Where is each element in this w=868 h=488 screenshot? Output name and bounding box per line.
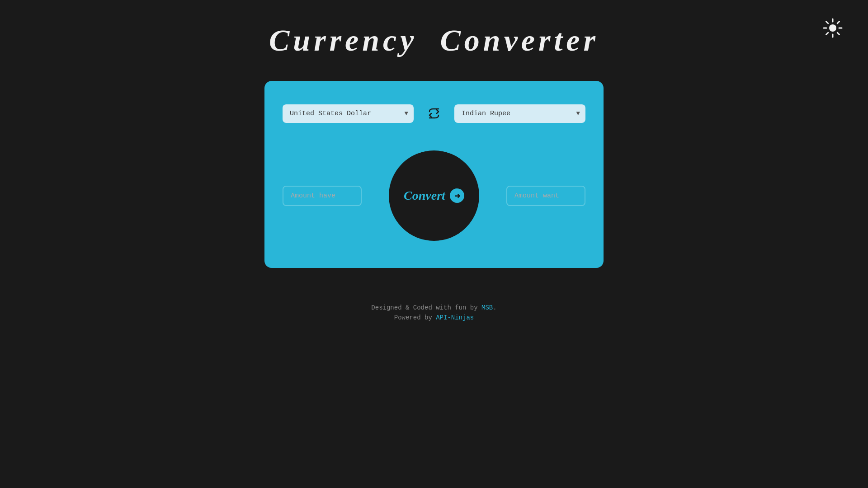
- swap-icon: [426, 105, 442, 122]
- sun-icon: [823, 18, 843, 38]
- page-title: Currency Converter: [269, 23, 599, 58]
- convert-arrow-circle: ➜: [450, 188, 464, 203]
- dropdowns-row: United States Dollar Euro British Pound …: [283, 103, 585, 123]
- footer-line1: Designed & Coded with fun by MSB.: [371, 304, 496, 311]
- footer-msb-link[interactable]: MSB: [481, 304, 493, 311]
- convert-button-label: Convert: [404, 188, 445, 203]
- svg-point-0: [829, 24, 836, 32]
- footer-line2: Powered by API-Ninjas: [371, 314, 496, 321]
- swap-currencies-button[interactable]: [424, 103, 444, 123]
- footer-api-link[interactable]: API-Ninjas: [436, 314, 474, 321]
- svg-line-5: [826, 22, 828, 23]
- from-currency-select[interactable]: United States Dollar Euro British Pound …: [283, 104, 414, 123]
- inputs-row: Convert ➜: [283, 150, 585, 241]
- footer-period: .: [493, 304, 496, 311]
- svg-line-8: [826, 33, 828, 34]
- converter-card: United States Dollar Euro British Pound …: [264, 81, 604, 268]
- convert-arrow-icon: ➜: [454, 192, 460, 200]
- theme-toggle-button[interactable]: [823, 18, 841, 36]
- footer: Designed & Coded with fun by MSB. Powere…: [371, 304, 496, 321]
- svg-line-6: [837, 33, 839, 34]
- to-currency-select[interactable]: Indian Rupee United States Dollar Euro B…: [454, 104, 585, 123]
- svg-line-7: [837, 22, 839, 23]
- amount-have-input[interactable]: [283, 186, 362, 206]
- footer-designed-text: Designed & Coded with fun by: [371, 304, 481, 311]
- from-currency-wrapper: United States Dollar Euro British Pound …: [283, 104, 414, 123]
- amount-want-input[interactable]: [506, 186, 585, 206]
- footer-powered-text: Powered by: [394, 314, 436, 321]
- to-currency-wrapper: Indian Rupee United States Dollar Euro B…: [454, 104, 585, 123]
- convert-button[interactable]: Convert ➜: [389, 150, 479, 241]
